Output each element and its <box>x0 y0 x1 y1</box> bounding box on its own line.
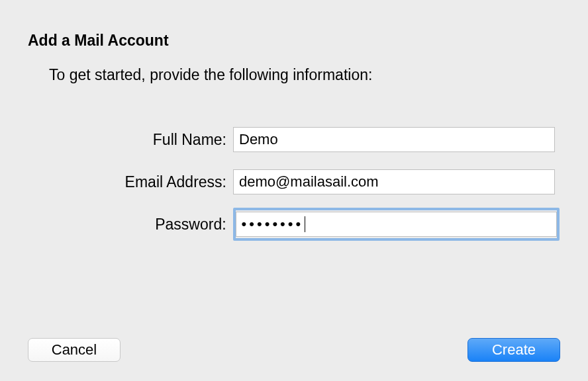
password-field-wrap: •••••••• <box>233 208 560 241</box>
email-input[interactable] <box>233 169 555 194</box>
full-name-input[interactable] <box>233 127 555 152</box>
dialog-title: Add a Mail Account <box>28 32 169 50</box>
password-label: Password: <box>0 216 233 233</box>
email-row: Email Address: <box>0 168 560 196</box>
add-mail-account-dialog: Add a Mail Account To get started, provi… <box>0 0 588 381</box>
email-field-wrap <box>233 168 555 196</box>
password-input[interactable]: •••••••• <box>236 212 557 237</box>
cancel-button[interactable]: Cancel <box>28 338 121 362</box>
text-caret <box>305 216 305 232</box>
dialog-buttons: Cancel Create <box>0 335 588 364</box>
email-label: Email Address: <box>0 173 233 191</box>
full-name-field-wrap <box>233 126 555 153</box>
create-button[interactable]: Create <box>467 338 560 362</box>
password-row: Password: •••••••• <box>0 210 560 238</box>
full-name-row: Full Name: <box>0 126 560 153</box>
password-mask: •••••••• <box>242 216 304 233</box>
full-name-label: Full Name: <box>0 131 233 149</box>
dialog-subtitle: To get started, provide the following in… <box>49 66 372 84</box>
